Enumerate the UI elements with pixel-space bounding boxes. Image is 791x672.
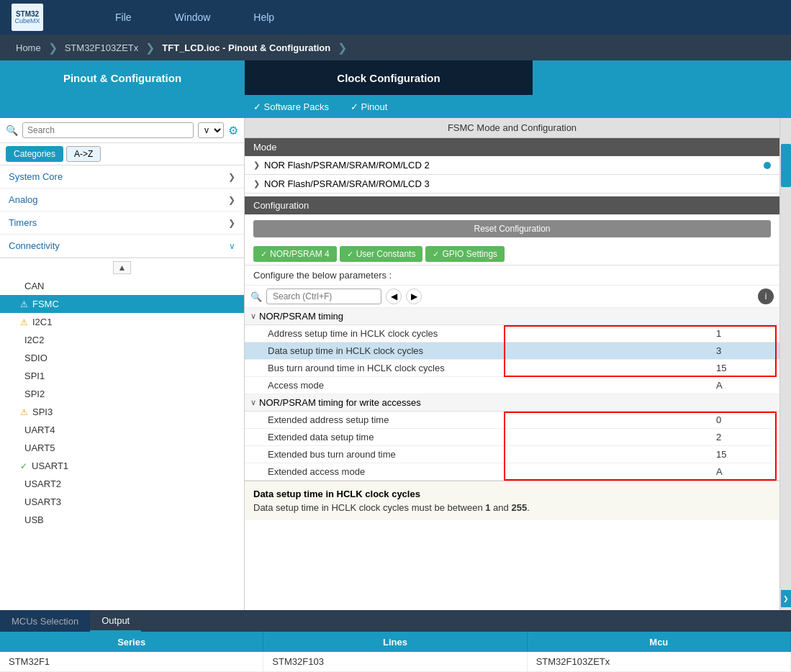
logo-stm32: STM32 [16, 10, 39, 18]
sidebar-item-i2c1[interactable]: ⚠ I2C1 [0, 313, 244, 331]
param-bus-turn[interactable]: Bus turn around time in HCLK clock cycle… [245, 360, 779, 377]
cell-mcu: STM32F103ZETx [528, 652, 791, 671]
param-ext-bus-turn[interactable]: Extended bus turn around time 15 [245, 446, 779, 463]
menu-window[interactable]: Window [175, 12, 211, 23]
params-search-input[interactable] [266, 289, 381, 304]
sub-tab-pinout[interactable]: ✓ Pinout [351, 101, 387, 112]
params-nav-next-btn[interactable]: ▶ [406, 289, 422, 304]
data-setup-name: Data setup time in HCLK clock cycles [268, 345, 716, 356]
right-scrollbar[interactable]: ❯ [779, 118, 791, 610]
mode-section-header: Mode [245, 138, 779, 156]
search-input[interactable] [22, 122, 194, 138]
filter-az[interactable]: A->Z [66, 146, 101, 162]
category-label-system-core: System Core [9, 171, 63, 182]
description-box: Data setup time in HCLK clock cycles Dat… [245, 481, 779, 520]
expand-icon[interactable]: ❯ [781, 590, 791, 607]
breadcrumb-device[interactable]: STM32F103ZETx [58, 42, 146, 53]
nor3-arrow: ❯ [253, 179, 260, 189]
param-ext-data-setup[interactable]: Extended data setup time 2 [245, 429, 779, 446]
sidebar-category-analog[interactable]: Analog ❯ [0, 189, 244, 212]
sidebar-item-can[interactable]: CAN [0, 277, 244, 295]
cell-series: STM32F1 [0, 652, 263, 671]
params-info-btn[interactable]: i [758, 289, 774, 304]
tab-pinout-config[interactable]: Pinout & Configuration [0, 60, 245, 95]
scroll-up-btn[interactable]: ▲ [113, 261, 132, 274]
nor2-label: NOR Flash/PSRAM/SRAM/ROM/LCD 2 [264, 160, 430, 171]
sidebar-item-usart3[interactable]: USART3 [0, 493, 244, 511]
usart1-label: USART1 [32, 460, 68, 471]
params-nav-prev-btn[interactable]: ◀ [386, 289, 402, 304]
scroll-arrows: ▲ [0, 258, 244, 277]
uart4-label: UART4 [24, 424, 55, 435]
bottom-tab-output[interactable]: Output [90, 610, 141, 632]
bottom-tabs: MCUs Selection Output [0, 610, 791, 632]
nor2-arrow: ❯ [253, 160, 260, 170]
bottom-tab-mcu-selection[interactable]: MCUs Selection [0, 610, 90, 632]
param-data-setup[interactable]: Data setup time in HCLK clock cycles 3 [245, 342, 779, 360]
params-table-container: ∨ NOR/PSRAM timing Address setup time in… [245, 308, 779, 610]
param-ext-access-mode[interactable]: Extended access mode A [245, 463, 779, 481]
sidebar-category-system-core[interactable]: System Core ❯ [0, 165, 244, 189]
gear-icon[interactable]: ⚙ [228, 124, 238, 137]
param-addr-setup[interactable]: Address setup time in HCLK clock cycles … [245, 325, 779, 342]
scrollbar-thumb[interactable] [781, 144, 791, 187]
sidebar-item-i2c2[interactable]: I2C2 [0, 331, 244, 349]
reset-config-button[interactable]: Reset Configuration [253, 220, 771, 237]
mode-item-nor3[interactable]: ❯ NOR Flash/PSRAM/SRAM/ROM/LCD 3 [245, 175, 779, 194]
sidebar-item-uart5[interactable]: UART5 [0, 439, 244, 457]
spi2-label: SPI2 [24, 389, 45, 399]
sidebar-item-sdio[interactable]: SDIO [0, 349, 244, 367]
breadcrumb-project[interactable]: TFT_LCD.ioc - Pinout & Configuration [155, 42, 338, 53]
chevron-system-core: ❯ [228, 172, 235, 182]
category-label-connectivity: Connectivity [9, 240, 60, 251]
config-tab-nor-psram4[interactable]: ✓ NOR/PSRAM 4 [253, 246, 337, 262]
config-tabs: ✓ NOR/PSRAM 4 ✓ User Constants ✓ GPIO Se… [245, 243, 779, 265]
breadcrumb: Home ❯ STM32F103ZETx ❯ TFT_LCD.ioc - Pin… [0, 35, 791, 60]
col-mcu: Mcu [528, 632, 791, 652]
software-packs-label: ✓ Software Packs [253, 101, 329, 112]
sub-tab-software-packs[interactable]: ✓ Software Packs [253, 101, 329, 112]
filter-categories[interactable]: Categories [6, 146, 63, 162]
usb-label: USB [24, 514, 44, 525]
table-row[interactable]: STM32F1 STM32F103 STM32F103ZETx [0, 652, 791, 672]
section-nor-psram-timing[interactable]: ∨ NOR/PSRAM timing [245, 308, 779, 325]
ext-addr-setup-name: Extended address setup time [268, 414, 716, 425]
search-icon: 🔍 [6, 124, 18, 136]
sidebar-item-usart1[interactable]: ✓ USART1 [0, 457, 244, 475]
sidebar-item-uart4[interactable]: UART4 [0, 421, 244, 439]
gpio-settings-check: ✓ [433, 250, 439, 259]
menu-bar: STM32 CubeMX File Window Help [0, 0, 791, 35]
sidebar-item-usb[interactable]: USB [0, 511, 244, 529]
sidebar-item-spi1[interactable]: SPI1 [0, 367, 244, 385]
config-tab-gpio-settings[interactable]: ✓ GPIO Settings [425, 246, 505, 262]
tab-clock-config[interactable]: Clock Configuration [245, 60, 533, 95]
cell-lines: STM32F103 [263, 652, 527, 671]
red-box-group2: Extended address setup time 0 Extended d… [245, 412, 779, 481]
sidebar-item-usart2[interactable]: USART2 [0, 475, 244, 493]
search-dropdown[interactable]: v [198, 122, 224, 138]
mcu-selection-label: MCUs Selection [12, 616, 78, 627]
i2c2-label: I2C2 [24, 335, 44, 345]
spi1-label: SPI1 [24, 371, 45, 381]
output-label: Output [101, 615, 130, 626]
section-nor-psram-write[interactable]: ∨ NOR/PSRAM timing for write accesses [245, 394, 779, 412]
sidebar-item-spi3[interactable]: ⚠ SPI3 [0, 403, 244, 421]
sidebar-item-spi2[interactable]: SPI2 [0, 385, 244, 403]
param-ext-addr-setup[interactable]: Extended address setup time 0 [245, 412, 779, 429]
sdio-label: SDIO [24, 353, 48, 363]
sidebar-category-timers[interactable]: Timers ❯ [0, 212, 244, 235]
menu-help[interactable]: Help [253, 12, 274, 23]
user-constants-label: User Constants [356, 249, 416, 259]
menu-file[interactable]: File [115, 12, 132, 23]
fsmc-warning-icon: ⚠ [20, 299, 28, 309]
bottom-table-header: Series Lines Mcu [0, 632, 791, 652]
config-tab-user-constants[interactable]: ✓ User Constants [340, 246, 423, 262]
sidebar-list: System Core ❯ Analog ❯ Timers ❯ Connecti… [0, 165, 244, 610]
sidebar-item-fsmc[interactable]: ⚠ FSMC [0, 295, 244, 313]
mode-item-nor2[interactable]: ❯ NOR Flash/PSRAM/SRAM/ROM/LCD 2 [245, 156, 779, 175]
sidebar-category-connectivity[interactable]: Connectivity ∨ [0, 235, 244, 258]
breadcrumb-home[interactable]: Home [9, 42, 48, 53]
param-access-mode[interactable]: Access mode A [245, 377, 779, 394]
ext-access-mode-value: A [716, 466, 774, 477]
tab-rest [533, 60, 791, 95]
